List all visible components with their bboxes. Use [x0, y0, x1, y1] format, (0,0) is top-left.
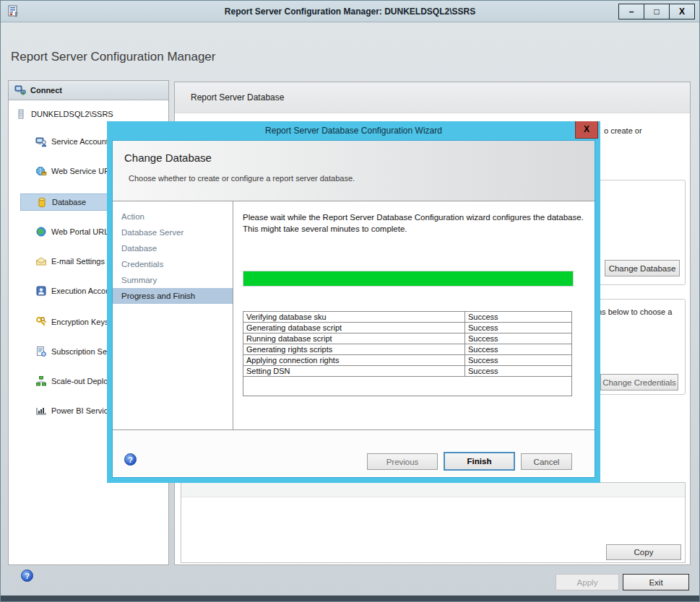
- sidebar-item-label: Web Portal URL: [51, 227, 108, 236]
- server-icon: [15, 108, 27, 120]
- execution-account-icon: [35, 285, 47, 297]
- intro-text-fragment: o create or: [604, 126, 642, 135]
- wizard-title: Report Server Database Configuration Wiz…: [107, 121, 600, 140]
- email-settings-icon: [35, 256, 47, 267]
- sidebar-item-label: E-mail Settings: [51, 257, 105, 266]
- database-icon: [36, 196, 48, 208]
- wizard-footer: ? Previous Finish Cancel: [113, 429, 595, 476]
- window-title: Report Server Configuration Manager: DUN…: [1, 1, 699, 22]
- task-status: Success: [465, 344, 572, 355]
- server-name: DUNKELDSQL2\SSRS: [31, 110, 113, 118]
- window-controls: – □ X: [619, 4, 695, 19]
- table-row: Generating rights scripts Success: [243, 344, 572, 355]
- wizard-close-icon[interactable]: X: [575, 121, 598, 139]
- task-status: Success: [465, 366, 572, 377]
- connect-label: Connect: [30, 86, 62, 95]
- panel-title-band: Report Server Database: [175, 82, 690, 113]
- minimize-button[interactable]: –: [618, 4, 644, 19]
- titlebar: Report Server Configuration Manager: DUN…: [1, 1, 699, 22]
- report-server-configuration-manager-window: Report Server Configuration Manager: DUN…: [0, 0, 700, 602]
- sidebar-item-label: Database: [52, 198, 86, 206]
- sidebar-item-label: Power BI Service: [51, 406, 112, 415]
- finish-button[interactable]: Finish: [444, 452, 515, 471]
- wizard-content: Please wait while the Report Server Data…: [233, 201, 595, 429]
- sidebar-item-label: Encryption Keys: [51, 318, 108, 326]
- wizard-heading: Change Database: [124, 152, 212, 164]
- progress-bar: [243, 271, 574, 287]
- table-row: Generating database script Success: [243, 323, 572, 333]
- task-name: Generating database script: [243, 323, 465, 333]
- wizard-step-action[interactable]: Action: [113, 209, 233, 224]
- wizard-titlebar: Report Server Database Configuration Wiz…: [107, 121, 600, 140]
- wizard-body: Change Database Choose whether to create…: [112, 140, 595, 478]
- wizard-step-progress-and-finish[interactable]: Progress and Finish: [113, 288, 233, 304]
- scale-out-deployment-icon: [35, 375, 47, 387]
- web-service-url-icon: [35, 165, 47, 177]
- results-header-band: [181, 483, 685, 497]
- task-name: Running database script: [243, 333, 465, 344]
- web-portal-url-icon: [35, 226, 47, 237]
- sidebar-item-label: Web Service URL: [51, 167, 114, 175]
- window-bottom-edge: [1, 596, 699, 602]
- task-status: Success: [465, 355, 572, 366]
- wizard-step-database[interactable]: Database: [113, 240, 233, 256]
- maximize-button[interactable]: □: [644, 4, 670, 19]
- task-status-table: Verifying database sku Success Generatin…: [243, 311, 572, 396]
- table-row: Applying connection rights Success: [243, 355, 572, 366]
- wizard-step-summary[interactable]: Summary: [113, 272, 233, 288]
- table-row: Running database script Success: [243, 333, 572, 344]
- help-icon[interactable]: ?: [124, 453, 137, 466]
- wizard-wait-message: Please wait while the Report Server Data…: [243, 211, 591, 235]
- connect-header[interactable]: Connect: [9, 81, 168, 100]
- table-row: Setting DSN Success: [243, 366, 572, 377]
- table-row: Verifying database sku Success: [243, 312, 572, 323]
- progress-bar-fill: [243, 271, 573, 286]
- connect-icon: [14, 84, 26, 96]
- table-row-empty: [243, 377, 572, 396]
- sidebar-item-label: Service Account: [51, 137, 108, 146]
- task-name: Verifying database sku: [243, 312, 465, 323]
- page-title: Report Server Configuration Manager: [11, 50, 215, 64]
- task-name: Setting DSN: [243, 366, 465, 377]
- service-account-icon: [35, 136, 47, 147]
- wizard-subheading: Choose whether to create or configure a …: [129, 174, 355, 183]
- task-name: Generating rights scripts: [243, 344, 465, 355]
- encryption-keys-icon: [35, 316, 47, 328]
- panel-title: Report Server Database: [191, 82, 284, 113]
- subscription-settings-icon: [35, 346, 47, 357]
- close-button[interactable]: X: [669, 4, 695, 19]
- task-status: Success: [465, 333, 572, 344]
- copy-button[interactable]: Copy: [606, 544, 681, 560]
- previous-button[interactable]: Previous: [367, 453, 438, 470]
- credentials-text-fragment: ns below to choose a: [597, 307, 672, 316]
- database-configuration-wizard-dialog: Report Server Database Configuration Wiz…: [107, 121, 600, 483]
- wizard-step-database-server[interactable]: Database Server: [113, 224, 233, 240]
- task-status: Success: [465, 312, 572, 323]
- task-status: Success: [465, 323, 572, 333]
- power-bi-service-icon: [35, 405, 47, 416]
- help-icon[interactable]: ?: [21, 570, 33, 582]
- wizard-header: Change Database Choose whether to create…: [113, 141, 595, 201]
- wizard-step-credentials[interactable]: Credentials: [113, 256, 233, 272]
- change-credentials-button[interactable]: Change Credentials: [600, 374, 678, 391]
- sidebar-server-node[interactable]: DUNKELDSQL2\SSRS: [9, 105, 168, 123]
- task-name: Applying connection rights: [243, 355, 465, 366]
- exit-button[interactable]: Exit: [623, 574, 689, 590]
- wizard-step-nav: Action Database Server Database Credenti…: [113, 201, 233, 429]
- cancel-button[interactable]: Cancel: [521, 453, 572, 470]
- change-database-button[interactable]: Change Database: [605, 260, 680, 276]
- apply-button[interactable]: Apply: [556, 574, 619, 590]
